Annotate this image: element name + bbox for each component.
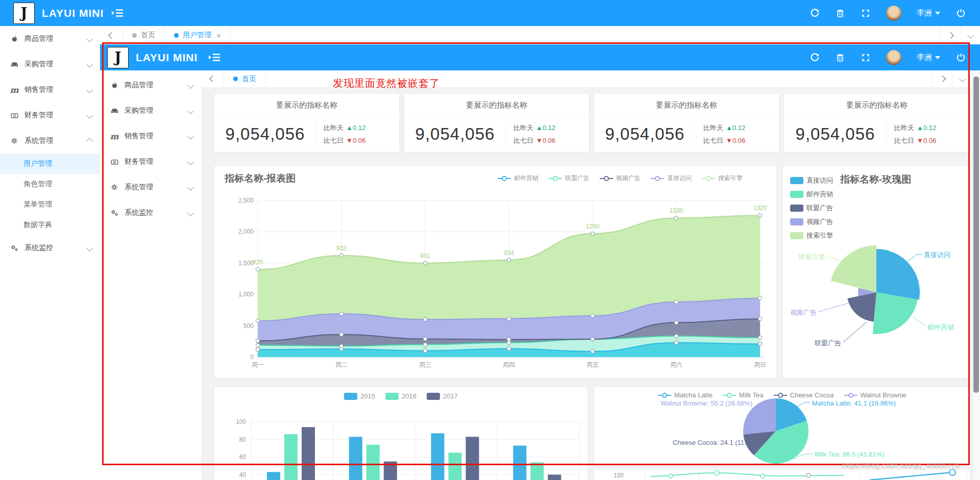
rose-chart-title: 指标名称-玫瑰图 — [840, 173, 911, 186]
tab-dot-icon — [233, 77, 238, 81]
inner-user-name: 李洲 — [917, 53, 932, 62]
up-arrow-icon: ▲ — [917, 124, 923, 132]
tab-label: 首页 — [242, 74, 256, 84]
refresh-icon[interactable] — [810, 8, 820, 18]
clear-cache-icon[interactable] — [835, 8, 845, 18]
metric-card: 要展示的指标名称 9,054,056 比昨天▲0.12 比七日▼0.06 — [784, 94, 970, 152]
inner-tabs-scroll-left-button[interactable] — [201, 70, 224, 87]
user-menu[interactable]: 李洲 — [917, 8, 940, 18]
metric-row-label: 比七日 — [703, 136, 723, 145]
legend-item[interactable]: 直接访问 — [790, 176, 833, 185]
up-arrow-icon: ▲ — [346, 124, 353, 132]
sidebar-item-label: 商品管理 — [125, 81, 153, 90]
legend-label: Walnut Brownie — [861, 391, 907, 399]
legend-chip-icon — [427, 393, 440, 400]
inner-sidebar-item-goods[interactable]: 商品管理 — [100, 72, 201, 98]
sidebar-item-goods[interactable]: 商品管理 — [0, 26, 100, 52]
svg-text:1330: 1330 — [670, 207, 683, 214]
sidebar-subitem-label: 数据字典 — [23, 220, 52, 230]
legend-item[interactable]: 联盟广告 — [549, 174, 590, 183]
inner-fullscreen-icon[interactable] — [861, 53, 871, 63]
legend-item[interactable]: 2016 — [385, 392, 416, 400]
rose-callout-label: 视频广告 — [790, 308, 817, 317]
gears-icon — [108, 209, 120, 217]
legend-item[interactable]: 搜索引擎 — [702, 174, 743, 183]
report-chart-title: 指标名称-报表图 — [225, 172, 296, 185]
gear-icon — [8, 137, 20, 145]
legend-label: 搜索引擎 — [806, 231, 833, 240]
legend-item[interactable]: Cheese Cocoa — [774, 391, 834, 399]
collapse-sidebar-icon[interactable] — [111, 9, 124, 17]
inner-tab-home[interactable]: 首页 — [224, 70, 266, 87]
legend-item[interactable]: 直接访问 — [651, 174, 692, 183]
metric-row-label: 比昨天 — [894, 123, 914, 133]
legend-item[interactable]: 邮件营销 — [790, 190, 833, 199]
inner-sidebar-item-system[interactable]: 系统管理 — [100, 174, 201, 200]
avatar[interactable] — [886, 6, 901, 21]
legend-item[interactable]: Milk Tea — [723, 391, 763, 399]
down-arrow-icon: ▼ — [726, 137, 732, 144]
panel-report-chart: 2,5002,0001,5001,0005000周一周二周三周四周五周六周日82… — [214, 166, 776, 378]
sidebar-item-sales[interactable]: m 销售管理 — [0, 77, 100, 103]
tab-home[interactable]: 首页 — [123, 26, 165, 44]
down-arrow-icon: ▼ — [917, 137, 923, 144]
scrollbar-thumb[interactable] — [973, 77, 979, 393]
sidebar-item-user-mgmt[interactable]: 用户管理 — [0, 154, 100, 174]
inner-user-menu[interactable]: 李洲 — [917, 53, 940, 62]
metric-card: 要展示的指标名称 9,054,056 比昨天▲0.12 比七日▼0.06 — [594, 94, 779, 152]
sidebar-item-monitor[interactable]: 系统监控 — [0, 235, 100, 261]
inner-logout-icon[interactable] — [955, 53, 966, 63]
legend-item[interactable]: Walnut Brownie — [844, 391, 907, 399]
fullscreen-icon[interactable] — [861, 8, 871, 18]
legend-line-icon — [549, 178, 562, 179]
inner-sidebar-item-finance[interactable]: 财务管理 — [100, 149, 201, 174]
tabs-scroll-left-button[interactable] — [100, 26, 123, 44]
inner-collapse-sidebar-icon[interactable] — [208, 53, 220, 62]
tab-user-mgmt[interactable]: 用户管理 × — [165, 26, 231, 44]
tab-dot-icon — [132, 33, 137, 38]
sidebar-item-menu-mgmt[interactable]: 菜单管理 — [0, 194, 100, 215]
legend-item[interactable]: Matcha Latte — [658, 391, 713, 399]
legend-item[interactable]: 视频广告 — [790, 217, 833, 226]
pie-callout-label: Cheese Cocoa: 24.1 (11.65%) — [650, 439, 762, 446]
sidebar-item-role-mgmt[interactable]: 角色管理 — [0, 174, 100, 194]
metric-row-label: 比昨天 — [513, 123, 533, 133]
chevron-down-icon — [187, 184, 194, 191]
tab-label: 用户管理 — [183, 31, 211, 40]
metric-value: 9,054,056 — [404, 124, 506, 144]
legend-item[interactable]: 邮件营销 — [498, 174, 538, 183]
legend-item[interactable]: 视频广告 — [600, 174, 641, 183]
inner-sidebar-item-purchase[interactable]: 采购管理 — [100, 98, 201, 123]
inner-clear-cache-icon[interactable] — [835, 53, 845, 63]
sidebar-item-label: 系统管理 — [24, 136, 53, 145]
legend-line-icon — [702, 178, 715, 179]
tabs-scroll-right-button[interactable] — [940, 26, 960, 44]
inner-tabs-menu-button[interactable] — [952, 70, 972, 87]
metric-value: 9,054,056 — [784, 124, 887, 144]
legend-item[interactable]: 联盟广告 — [790, 204, 833, 213]
legend-item[interactable]: 2017 — [427, 392, 458, 400]
inner-avatar[interactable] — [886, 50, 901, 65]
sidebar-item-purchase[interactable]: 采购管理 — [0, 52, 100, 77]
tabs-menu-button[interactable] — [960, 26, 980, 44]
logo: J — [13, 3, 35, 24]
sidebar-item-dict[interactable]: 数据字典 — [0, 215, 100, 235]
scrollbar[interactable] — [972, 70, 980, 480]
inner-tabs-scroll-right-button[interactable] — [932, 70, 952, 87]
legend-item[interactable]: 2015 — [344, 392, 375, 400]
legend-item[interactable]: 搜索引擎 — [790, 231, 833, 240]
metric-card-title: 要展示的指标名称 — [594, 94, 779, 117]
metric-value: 9,054,056 — [594, 124, 696, 144]
metric-row-value: 0.12 — [732, 124, 745, 132]
chevron-down-icon — [935, 56, 940, 59]
inner-refresh-icon[interactable] — [810, 53, 820, 63]
inner-sidebar-item-sales[interactable]: m 销售管理 — [100, 123, 201, 149]
svg-text:2,500: 2,500 — [238, 197, 254, 204]
logout-icon[interactable] — [955, 8, 966, 18]
svg-text:1290: 1290 — [586, 223, 600, 230]
metric-row-label: 比昨天 — [703, 123, 723, 133]
sidebar-item-finance[interactable]: 财务管理 — [0, 103, 100, 128]
close-tab-icon[interactable]: × — [216, 31, 221, 40]
sidebar-item-system[interactable]: 系统管理 — [0, 128, 100, 154]
inner-sidebar-item-monitor[interactable]: 系统监控 — [100, 200, 201, 225]
